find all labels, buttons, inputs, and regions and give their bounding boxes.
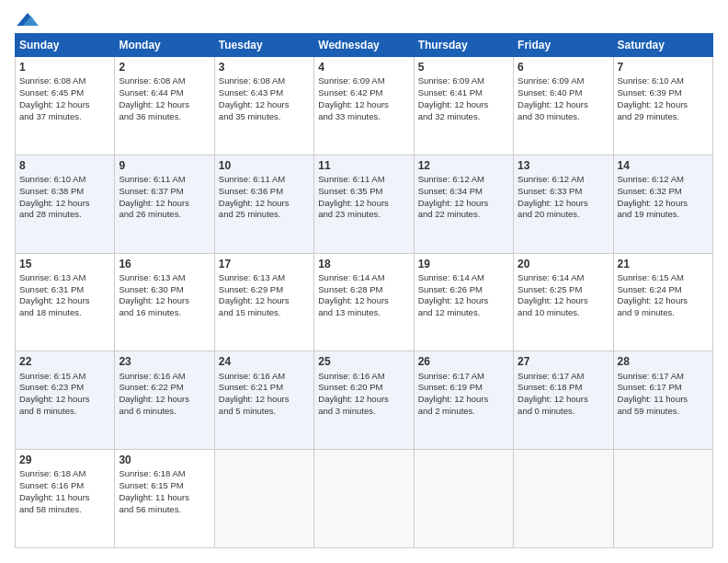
day-info: and 2 minutes. <box>418 406 509 418</box>
day-info: and 26 minutes. <box>119 209 210 221</box>
calendar-cell: 21Sunrise: 6:15 AMSunset: 6:24 PMDayligh… <box>613 253 712 351</box>
calendar-cell: 15Sunrise: 6:13 AMSunset: 6:31 PMDayligh… <box>16 253 115 351</box>
day-number: 24 <box>219 354 310 369</box>
day-info: Sunrise: 6:15 AM <box>618 272 709 284</box>
day-info: Sunrise: 6:11 AM <box>219 174 310 186</box>
day-info: Sunrise: 6:17 AM <box>418 371 509 383</box>
day-info: and 25 minutes. <box>219 209 310 221</box>
day-info: Sunset: 6:38 PM <box>19 186 110 198</box>
day-info: Sunrise: 6:16 AM <box>119 371 210 383</box>
day-number: 16 <box>119 257 210 271</box>
day-info: Sunset: 6:18 PM <box>518 382 609 394</box>
day-info: Sunset: 6:37 PM <box>119 186 210 198</box>
day-info: Sunset: 6:15 PM <box>119 480 210 492</box>
day-info: Sunset: 6:36 PM <box>219 186 310 198</box>
day-info: Daylight: 12 hours <box>418 295 509 307</box>
day-info: and 20 minutes. <box>518 209 609 221</box>
day-info: Daylight: 12 hours <box>318 198 409 210</box>
calendar-cell: 30Sunrise: 6:18 AMSunset: 6:15 PMDayligh… <box>115 450 214 548</box>
calendar-cell: 14Sunrise: 6:12 AMSunset: 6:32 PMDayligh… <box>613 155 712 253</box>
calendar-cell: 25Sunrise: 6:16 AMSunset: 6:20 PMDayligh… <box>314 351 414 450</box>
day-info: and 58 minutes. <box>19 504 110 516</box>
col-header-wednesday: Wednesday <box>314 34 414 57</box>
day-info: Sunset: 6:24 PM <box>618 284 709 296</box>
calendar-cell: 7Sunrise: 6:10 AMSunset: 6:39 PMDaylight… <box>613 57 712 155</box>
day-info: and 16 minutes. <box>119 307 210 319</box>
day-info: and 23 minutes. <box>318 209 409 221</box>
page: SundayMondayTuesdayWednesdayThursdayFrid… <box>0 0 728 563</box>
day-info: Sunrise: 6:17 AM <box>618 371 709 383</box>
day-info: Daylight: 12 hours <box>618 198 709 210</box>
day-number: 3 <box>219 60 310 75</box>
day-info: and 19 minutes. <box>618 209 709 221</box>
day-info: Sunset: 6:40 PM <box>518 87 609 99</box>
day-info: Sunrise: 6:16 AM <box>219 371 310 383</box>
week-row: 8Sunrise: 6:10 AMSunset: 6:38 PMDaylight… <box>16 155 713 253</box>
day-info: Sunset: 6:39 PM <box>618 87 709 99</box>
day-info: Sunrise: 6:12 AM <box>418 174 509 186</box>
calendar-cell: 17Sunrise: 6:13 AMSunset: 6:29 PMDayligh… <box>214 253 313 351</box>
logo-icon <box>17 13 39 26</box>
day-info: Sunrise: 6:10 AM <box>19 174 110 186</box>
day-info: Sunset: 6:28 PM <box>318 284 409 296</box>
day-info: Daylight: 11 hours <box>119 492 210 504</box>
day-number: 10 <box>219 158 310 173</box>
day-info: Sunrise: 6:10 AM <box>618 75 709 87</box>
day-info: Sunset: 6:42 PM <box>318 87 409 99</box>
day-number: 12 <box>418 158 509 173</box>
day-number: 7 <box>618 60 709 75</box>
day-info: and 36 minutes. <box>119 111 210 123</box>
day-info: Daylight: 12 hours <box>418 198 509 210</box>
day-info: Daylight: 12 hours <box>119 295 210 307</box>
day-info: Daylight: 12 hours <box>418 394 509 406</box>
calendar-cell: 27Sunrise: 6:17 AMSunset: 6:18 PMDayligh… <box>514 351 613 450</box>
day-info: and 32 minutes. <box>418 111 509 123</box>
day-info: Sunrise: 6:16 AM <box>318 371 409 383</box>
day-info: Daylight: 12 hours <box>119 99 210 111</box>
day-info: and 10 minutes. <box>518 307 609 319</box>
header <box>15 15 713 26</box>
day-info: Daylight: 12 hours <box>618 295 709 307</box>
day-info: and 37 minutes. <box>19 111 110 123</box>
calendar-cell: 23Sunrise: 6:16 AMSunset: 6:22 PMDayligh… <box>115 351 214 450</box>
day-info: Sunrise: 6:14 AM <box>418 272 509 284</box>
day-info: Sunset: 6:19 PM <box>418 382 509 394</box>
day-number: 6 <box>518 60 609 75</box>
day-info: Daylight: 12 hours <box>318 99 409 111</box>
day-info: Daylight: 12 hours <box>318 394 409 406</box>
day-number: 22 <box>19 354 110 369</box>
day-info: Daylight: 12 hours <box>418 99 509 111</box>
day-info: Sunset: 6:41 PM <box>418 87 509 99</box>
day-number: 28 <box>618 354 709 369</box>
calendar-cell: 24Sunrise: 6:16 AMSunset: 6:21 PMDayligh… <box>214 351 313 450</box>
day-number: 26 <box>418 354 509 369</box>
calendar-cell: 9Sunrise: 6:11 AMSunset: 6:37 PMDaylight… <box>115 155 214 253</box>
day-number: 1 <box>19 60 110 75</box>
day-info: Sunrise: 6:11 AM <box>318 174 409 186</box>
calendar-cell: 28Sunrise: 6:17 AMSunset: 6:17 PMDayligh… <box>613 351 712 450</box>
day-info: and 5 minutes. <box>219 406 310 418</box>
day-info: Daylight: 12 hours <box>518 99 609 111</box>
day-info: Sunrise: 6:08 AM <box>119 75 210 87</box>
calendar-cell: 8Sunrise: 6:10 AMSunset: 6:38 PMDaylight… <box>16 155 115 253</box>
day-info: and 3 minutes. <box>318 406 409 418</box>
day-number: 20 <box>518 257 609 271</box>
day-info: and 6 minutes. <box>119 406 210 418</box>
day-info: and 59 minutes. <box>618 406 709 418</box>
day-number: 5 <box>418 60 509 75</box>
day-number: 17 <box>219 257 310 271</box>
calendar-cell <box>414 450 513 548</box>
calendar-cell: 10Sunrise: 6:11 AMSunset: 6:36 PMDayligh… <box>214 155 313 253</box>
day-number: 29 <box>19 453 110 467</box>
day-info: and 18 minutes. <box>19 307 110 319</box>
day-number: 21 <box>618 257 709 271</box>
day-info: and 15 minutes. <box>219 307 310 319</box>
calendar-cell: 19Sunrise: 6:14 AMSunset: 6:26 PMDayligh… <box>414 253 513 351</box>
calendar-cell <box>214 450 313 548</box>
week-row: 22Sunrise: 6:15 AMSunset: 6:23 PMDayligh… <box>16 351 713 450</box>
calendar-cell: 18Sunrise: 6:14 AMSunset: 6:28 PMDayligh… <box>314 253 414 351</box>
day-number: 27 <box>518 354 609 369</box>
day-info: Daylight: 12 hours <box>19 99 110 111</box>
day-info: Sunrise: 6:11 AM <box>119 174 210 186</box>
day-info: Sunrise: 6:12 AM <box>518 174 609 186</box>
